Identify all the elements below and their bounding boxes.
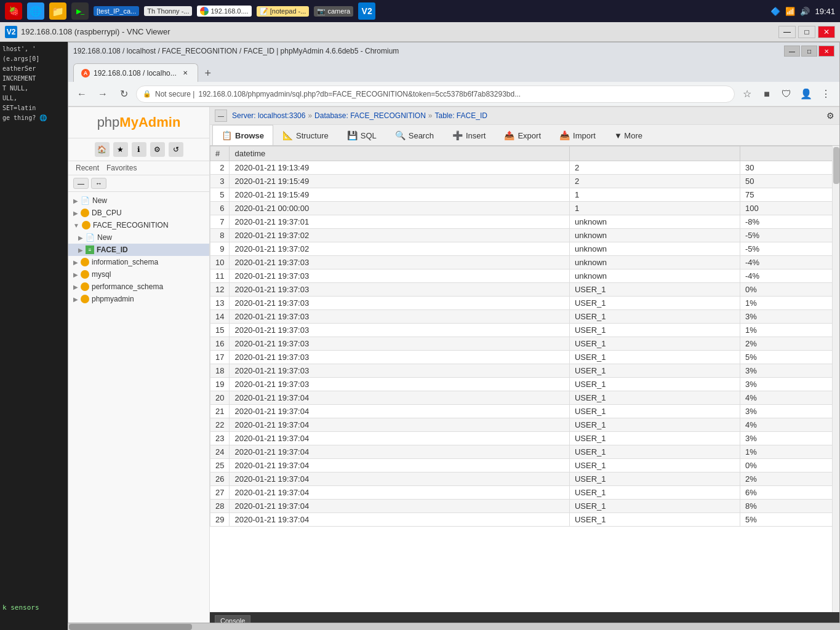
pma-collapse-button[interactable]: — xyxy=(215,110,227,122)
tab-close-button[interactable]: ✕ xyxy=(180,68,190,78)
globe-icon[interactable]: 🌐 xyxy=(27,2,44,20)
sidebar-item-face-id[interactable]: ▶ ≡ FACE_ID xyxy=(68,244,209,256)
tab-insert[interactable]: ➕ Insert xyxy=(443,125,495,145)
extension-icon[interactable]: ■ xyxy=(758,86,775,103)
cell-datetime: 2020-01-21 19:13:49 xyxy=(230,161,570,175)
cell-col2: USER_1 xyxy=(569,337,740,351)
search-tab-icon: 🔍 xyxy=(395,130,406,140)
pma-tabs: 📋 Browse 📐 Structure 💾 SQL 🔍 xyxy=(210,125,839,146)
new-face-rec-label: New xyxy=(97,233,112,242)
folder-icon[interactable]: 📁 xyxy=(49,2,66,20)
tab-sql[interactable]: 💾 SQL xyxy=(338,125,386,145)
pma-table-body: 2 2020-01-21 19:13:49 2 30 3 2020-01-21 … xyxy=(210,161,839,527)
nav-expand-button[interactable]: ↔ xyxy=(91,178,106,189)
pma-vertical-scrollbar[interactable] xyxy=(832,146,839,612)
pma-logo: phpMyAdmin xyxy=(68,107,209,138)
tab-search[interactable]: 🔍 Search xyxy=(386,125,443,145)
profile-icon[interactable]: 👤 xyxy=(798,86,815,103)
back-button[interactable]: ← xyxy=(73,86,90,103)
table-row: 21 2020-01-21 19:37:04 USER_1 3% xyxy=(210,405,839,418)
sidebar-item-new-root[interactable]: ▶ 📄 New xyxy=(68,194,209,207)
close-button[interactable]: ✕ xyxy=(818,26,835,38)
table-row: 20 2020-01-21 19:37:04 USER_1 4% xyxy=(210,391,839,405)
face-id-icon: ≡ xyxy=(86,245,94,254)
sidebar-item-mysql[interactable]: ▶ mysql xyxy=(68,268,209,281)
browser-restore-button[interactable]: □ xyxy=(801,46,817,57)
export-tab-label: Export xyxy=(518,131,541,140)
tab-structure[interactable]: 📐 Structure xyxy=(273,125,338,145)
raspberry-icon[interactable]: 🍓 xyxy=(5,2,22,20)
shield-icon[interactable]: 🛡 xyxy=(778,86,795,103)
sidebar-item-db-cpu[interactable]: ▶ DB_CPU xyxy=(68,207,209,219)
pma-settings-icon[interactable]: ⚙ xyxy=(826,111,834,121)
tab-label: 192.168.0.108 / localho... xyxy=(94,69,177,78)
forward-button[interactable]: → xyxy=(94,86,111,103)
tab-more[interactable]: ▼ More xyxy=(605,125,652,145)
cell-row-num: 8 xyxy=(210,229,230,242)
horizontal-scrollbar[interactable] xyxy=(68,623,840,630)
k-sensors-text: k sensors xyxy=(2,604,39,612)
pma-table-area[interactable]: # datetime 2 2020-01-21 19:13:49 2 30 3 … xyxy=(210,146,839,612)
pma-nav-favorites[interactable]: Favorites xyxy=(106,164,137,172)
chromium-task[interactable]: 192.168.0.... xyxy=(197,6,251,17)
new-tab-button[interactable]: + xyxy=(199,65,217,82)
horizontal-scrollbar-thumb[interactable] xyxy=(69,624,192,630)
breadcrumb-server[interactable]: Server: localhost:3306 xyxy=(232,111,305,120)
pma-home-icon[interactable]: 🏠 xyxy=(95,142,110,157)
pma-refresh-icon[interactable]: ↺ xyxy=(169,142,183,157)
cell-datetime: 2020-01-21 00:00:00 xyxy=(230,202,570,215)
pma-nav-recent[interactable]: Recent xyxy=(76,164,99,172)
sidebar-item-information-schema[interactable]: ▶ information_schema xyxy=(68,256,209,268)
menu-icon[interactable]: ⋮ xyxy=(817,86,834,103)
table-row: 24 2020-01-21 19:37:04 USER_1 1% xyxy=(210,445,839,459)
import-tab-label: Import xyxy=(573,131,596,140)
cell-row-num: 25 xyxy=(210,459,230,472)
url-bar[interactable]: 🔒 Not secure | 192.168.0.108/phpmyadmin/… xyxy=(136,86,735,103)
cell-row-num: 17 xyxy=(210,351,230,364)
sidebar-item-face-recognition[interactable]: ▼ FACE_RECOGNITION xyxy=(68,219,209,231)
sidebar-item-new-face-rec[interactable]: ▶ 📄 New xyxy=(68,231,209,244)
new-face-rec-icon: 📄 xyxy=(86,233,95,242)
face-id-label: FACE_ID xyxy=(97,245,128,254)
sidebar-item-phpmyadmin[interactable]: ▶ phpmyadmin xyxy=(68,293,209,305)
notepad-task[interactable]: 📝 [notepad -... xyxy=(257,6,310,17)
nav-collapse-button[interactable]: — xyxy=(73,178,89,189)
pma-star-icon[interactable]: ★ xyxy=(113,142,128,157)
cell-row-num: 11 xyxy=(210,269,230,283)
terminal-line-10: SET=latin xyxy=(2,103,65,113)
cell-col3: 3% xyxy=(740,405,839,418)
breadcrumb-database[interactable]: Database: FACE_RECOGNITION xyxy=(314,111,426,120)
minimize-button[interactable]: — xyxy=(778,26,796,38)
import-tab-icon: 📥 xyxy=(559,130,570,140)
db-cpu-icon xyxy=(81,209,89,217)
star-icon[interactable]: ☆ xyxy=(738,86,756,103)
table-header-row: # datetime xyxy=(210,146,839,161)
thonny-task[interactable]: Th Thonny -... xyxy=(144,6,192,16)
cell-col2: unknown xyxy=(569,269,740,283)
test-ip-ca-task[interactable]: [test_IP_ca... xyxy=(94,6,139,16)
browser-title-bar: 192.168.0.108 / localhost / FACE_RECOGNI… xyxy=(68,42,839,60)
terminal-icon[interactable]: ▶_ xyxy=(71,2,89,20)
reload-button[interactable]: ↻ xyxy=(115,86,132,103)
pma-gear-icon[interactable]: ⚙ xyxy=(150,142,165,157)
cell-col3: -5% xyxy=(740,242,839,256)
breadcrumb-table[interactable]: Table: FACE_ID xyxy=(435,111,487,120)
browser-close-button[interactable]: ✕ xyxy=(818,46,834,57)
table-row: 17 2020-01-21 19:37:03 USER_1 5% xyxy=(210,351,839,364)
tab-import[interactable]: 📥 Import xyxy=(550,125,605,145)
tab-export[interactable]: 📤 Export xyxy=(495,125,550,145)
new-face-rec-expand: ▶ xyxy=(78,234,83,241)
browser-tab-main[interactable]: A 192.168.0.108 / localho... ✕ xyxy=(73,63,198,82)
cell-row-num: 10 xyxy=(210,256,230,269)
maximize-button[interactable]: □ xyxy=(798,26,815,38)
browser-window: 192.168.0.108 / localhost / FACE_RECOGNI… xyxy=(68,42,840,630)
pma-sidebar-icons: 🏠 ★ ℹ ⚙ ↺ xyxy=(68,138,209,161)
tab-browse[interactable]: 📋 Browse xyxy=(212,125,273,145)
table-row: 29 2020-01-21 19:37:04 USER_1 5% xyxy=(210,513,839,527)
vnc-v2-icon[interactable]: V2 xyxy=(358,2,375,20)
camera-task[interactable]: 📷 camera xyxy=(314,6,353,17)
pma-info-icon[interactable]: ℹ xyxy=(132,142,146,157)
sidebar-item-performance-schema[interactable]: ▶ performance_schema xyxy=(68,281,209,293)
browser-minimize-button[interactable]: — xyxy=(784,46,800,57)
pma-scrollbar-thumb[interactable] xyxy=(833,147,839,184)
